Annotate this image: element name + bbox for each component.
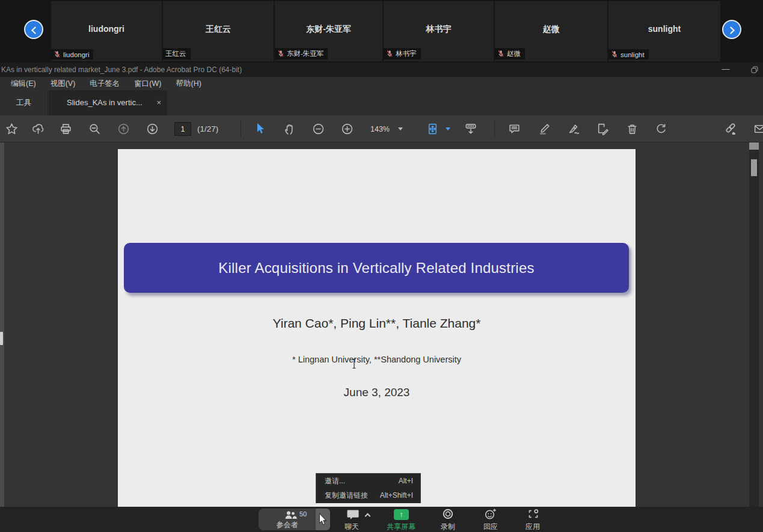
- document-area[interactable]: Killer Acquisitions in Vertically Relate…: [0, 142, 763, 507]
- vertical-scrollbar[interactable]: [749, 142, 759, 507]
- scroll-up-button[interactable]: [749, 142, 759, 150]
- participant-badge: sunlight: [608, 49, 649, 60]
- mic-muted-icon: [54, 50, 61, 58]
- chat-options-chevron-icon[interactable]: [365, 513, 371, 519]
- zoom-level-value: 143%: [370, 125, 390, 133]
- comment-button[interactable]: [503, 117, 526, 140]
- print-button[interactable]: [54, 117, 77, 140]
- share-screen-label: 共享屏幕: [383, 522, 419, 532]
- participant-badge-name: 王红云: [165, 49, 186, 58]
- scrollbar-thumb[interactable]: [751, 159, 757, 176]
- gallery-prev-button[interactable]: [24, 20, 43, 39]
- text-cursor: [351, 358, 357, 371]
- nav-pane-strip[interactable]: [0, 142, 4, 507]
- chat-label: 聊天: [332, 522, 372, 532]
- toolbar-separator: [241, 120, 241, 138]
- slide-affiliations: * Lingnan University, **Shandong Univers…: [118, 355, 636, 364]
- copy-link-label: 复制邀请链接: [325, 491, 368, 501]
- search-button[interactable]: [83, 117, 106, 140]
- delete-pages-button[interactable]: [621, 117, 643, 140]
- edit-page-button[interactable]: [590, 117, 613, 140]
- hand-tool-button[interactable]: [278, 117, 301, 140]
- tab-document-label: Slides_KAs in vertic...: [67, 98, 142, 107]
- reactions-icon: [484, 508, 497, 520]
- next-page-button[interactable]: [141, 117, 164, 140]
- participants-button[interactable]: 50 参会者: [259, 509, 316, 530]
- page-number-input[interactable]: [174, 122, 191, 136]
- meeting-toolbar: 50 参会者 聊天 ↑ 共享屏幕 录制 回应 应用: [0, 507, 763, 532]
- ibeam-icon: [351, 358, 357, 369]
- share-cloud-button[interactable]: [26, 117, 49, 140]
- participants-label: 参会者: [259, 520, 316, 530]
- chat-icon: [346, 509, 360, 521]
- invite-context-menu: 邀请... Alt+I 复制邀请链接 Alt+Shift+I: [316, 473, 421, 503]
- reading-mode-icon: [464, 122, 477, 135]
- zoom-in-button[interactable]: [336, 117, 358, 140]
- favorites-button[interactable]: [0, 117, 23, 140]
- participant-tile[interactable]: liudongri liudongri: [51, 1, 162, 61]
- participant-badge-name: liudongri: [63, 51, 89, 58]
- fit-options-chevron-icon[interactable]: [446, 127, 450, 130]
- envelope-icon: [753, 123, 763, 135]
- reading-mode-button[interactable]: [459, 117, 482, 140]
- menu-edit[interactable]: 编辑(E): [4, 77, 43, 90]
- rotate-icon: [655, 123, 667, 135]
- participant-tile[interactable]: 王红云 王红云: [163, 1, 274, 61]
- minimize-button[interactable]: —: [716, 63, 736, 77]
- participant-badge: 林书宇: [384, 48, 421, 60]
- chat-button[interactable]: 聊天: [336, 507, 372, 532]
- highlight-button[interactable]: [533, 117, 556, 140]
- select-tool-button[interactable]: [249, 117, 272, 140]
- zoom-level-select[interactable]: 143%: [370, 115, 403, 142]
- rotate-pages-button[interactable]: [649, 117, 672, 140]
- reactions-button[interactable]: 回应: [473, 507, 509, 532]
- participant-tile[interactable]: 东财-朱亚军 东财-朱亚军: [275, 1, 382, 61]
- slide-title: Killer Acquisitions in Vertically Relate…: [124, 243, 629, 293]
- acrobat-toolbar: (1/27) 143%: [0, 115, 763, 142]
- menu-item-copy-invite-link[interactable]: 复制邀请链接 Alt+Shift+I: [316, 488, 420, 503]
- invite-label: 邀请...: [325, 476, 345, 486]
- tab-document[interactable]: Slides_KAs in vertic... ×: [49, 90, 167, 115]
- email-button[interactable]: [748, 117, 763, 140]
- apps-label: 应用: [515, 522, 551, 532]
- fill-sign-button[interactable]: [562, 117, 585, 140]
- menu-help[interactable]: 帮助(H): [168, 77, 208, 90]
- cursor-arrow-icon: [319, 513, 328, 526]
- search-icon: [88, 123, 101, 135]
- star-icon: [5, 123, 18, 135]
- zoom-out-button[interactable]: [307, 117, 329, 140]
- share-screen-button[interactable]: ↑ 共享屏幕: [383, 507, 419, 532]
- share-link-button[interactable]: [719, 117, 742, 140]
- participant-name: sunlight: [608, 24, 720, 34]
- cloud-upload-icon: [32, 123, 44, 135]
- restore-button[interactable]: [744, 63, 763, 77]
- tab-tools[interactable]: 工具: [0, 90, 48, 115]
- menu-esign[interactable]: 电子签名: [82, 77, 127, 90]
- menu-view[interactable]: 视图(V): [43, 77, 83, 90]
- highlighter-icon: [538, 123, 551, 135]
- invite-shortcut: Alt+I: [399, 477, 413, 485]
- participant-tile[interactable]: 林书宇 林书宇: [384, 1, 494, 61]
- previous-page-button[interactable]: [112, 117, 135, 140]
- apps-button[interactable]: 应用: [515, 507, 551, 532]
- pdf-page[interactable]: Killer Acquisitions in Vertically Relate…: [118, 149, 636, 507]
- printer-icon: [60, 123, 72, 135]
- participant-name: liudongri: [51, 24, 162, 34]
- participant-badge-name: sunlight: [621, 51, 645, 58]
- mouse-cursor: [319, 513, 328, 528]
- gallery-next-button[interactable]: [722, 20, 741, 39]
- nav-pane-handle[interactable]: [0, 332, 3, 345]
- participant-badge-name: 东财-朱亚军: [287, 49, 323, 58]
- participant-badge-name: 赵微: [507, 49, 521, 58]
- close-tab-icon[interactable]: ×: [156, 90, 161, 115]
- link-icon: [724, 122, 737, 135]
- menu-window[interactable]: 窗口(W): [127, 77, 168, 90]
- participant-tile[interactable]: sunlight sunlight: [608, 1, 720, 61]
- fit-page-button[interactable]: [422, 117, 443, 140]
- record-button[interactable]: 录制: [430, 507, 466, 532]
- participant-tile[interactable]: 赵微 赵微: [495, 1, 607, 61]
- toolbar-separator: [494, 120, 495, 138]
- comment-icon: [508, 123, 521, 135]
- participant-name: 赵微: [495, 24, 607, 35]
- menu-item-invite[interactable]: 邀请... Alt+I: [316, 474, 420, 488]
